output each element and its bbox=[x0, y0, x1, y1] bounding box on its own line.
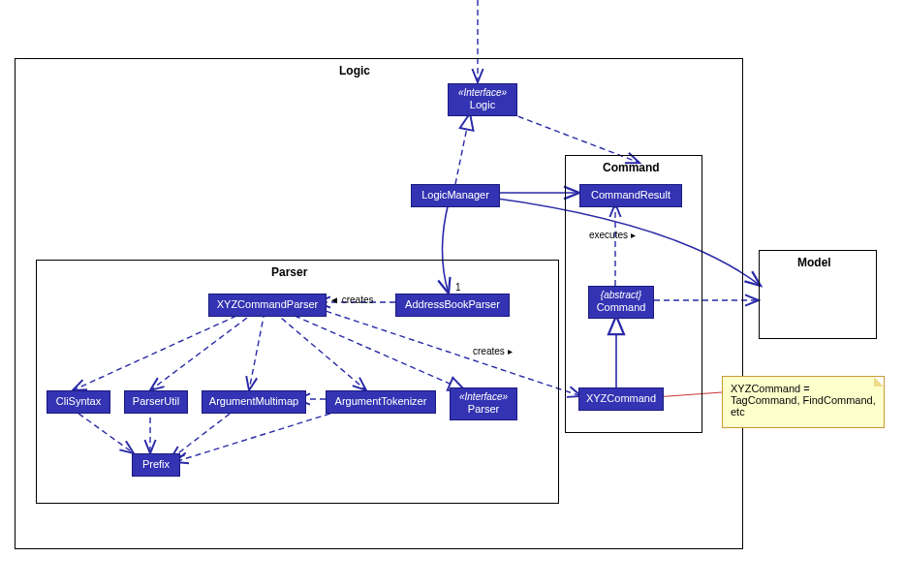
name-command-result: CommandResult bbox=[591, 189, 670, 201]
name-abstract-command: Command bbox=[597, 301, 646, 314]
name-interface-logic: Logic bbox=[470, 99, 495, 111]
package-model-label: Model bbox=[797, 256, 831, 269]
node-argument-multimap: ArgumentMultimap bbox=[202, 390, 306, 414]
package-parser-label: Parser bbox=[271, 265, 307, 279]
node-abstract-command: {abstract} Command bbox=[588, 286, 654, 319]
uml-diagram: CommandResult (dashed up open arrow) -->… bbox=[0, 0, 904, 588]
name-argument-multimap: ArgumentMultimap bbox=[209, 395, 298, 408]
name-argument-tokenizer: ArgumentTokenizer bbox=[335, 395, 427, 408]
name-xyz-command-parser: XYZCommandParser bbox=[217, 298, 319, 311]
node-prefix: Prefix bbox=[132, 453, 180, 477]
node-interface-parser: «Interface» Parser bbox=[450, 387, 517, 420]
label-executes: executes ▸ bbox=[589, 230, 636, 240]
name-xyz-command: XYZCommand bbox=[586, 392, 656, 405]
label-mult-one: 1 bbox=[455, 282, 461, 293]
node-command-result: CommandResult bbox=[579, 184, 682, 207]
note-xyzcommand: XYZCommand = TagCommand, FindCommand, et… bbox=[722, 376, 885, 428]
node-argument-tokenizer: ArgumentTokenizer bbox=[326, 390, 436, 414]
label-creates-right: creates ▸ bbox=[473, 346, 513, 356]
name-interface-parser: Parser bbox=[468, 403, 499, 416]
name-parser-util: ParserUtil bbox=[133, 395, 179, 408]
node-parser-util: ParserUtil bbox=[124, 390, 188, 414]
stereo-abstract-command: {abstract} bbox=[601, 290, 641, 301]
stereo-interface-logic: «Interface» bbox=[458, 87, 507, 99]
name-cli-syntax: CliSyntax bbox=[56, 395, 101, 408]
node-interface-logic: «Interface» Logic bbox=[448, 83, 517, 116]
node-xyz-command: XYZCommand bbox=[578, 387, 664, 411]
note-xyzcommand-text: XYZCommand = TagCommand, FindCommand, et… bbox=[731, 383, 876, 418]
node-address-book-parser: AddressBookParser bbox=[395, 294, 510, 317]
name-address-book-parser: AddressBookParser bbox=[405, 298, 500, 311]
label-creates-left: ◄ creates bbox=[329, 294, 373, 305]
name-prefix: Prefix bbox=[142, 458, 170, 471]
node-logic-manager: LogicManager bbox=[411, 184, 500, 207]
package-logic-label: Logic bbox=[339, 64, 370, 77]
name-logic-manager: LogicManager bbox=[421, 189, 489, 201]
node-xyz-command-parser: XYZCommandParser bbox=[208, 294, 327, 317]
stereo-interface-parser: «Interface» bbox=[459, 391, 508, 403]
node-cli-syntax: CliSyntax bbox=[47, 390, 110, 414]
package-command-label: Command bbox=[603, 161, 660, 174]
